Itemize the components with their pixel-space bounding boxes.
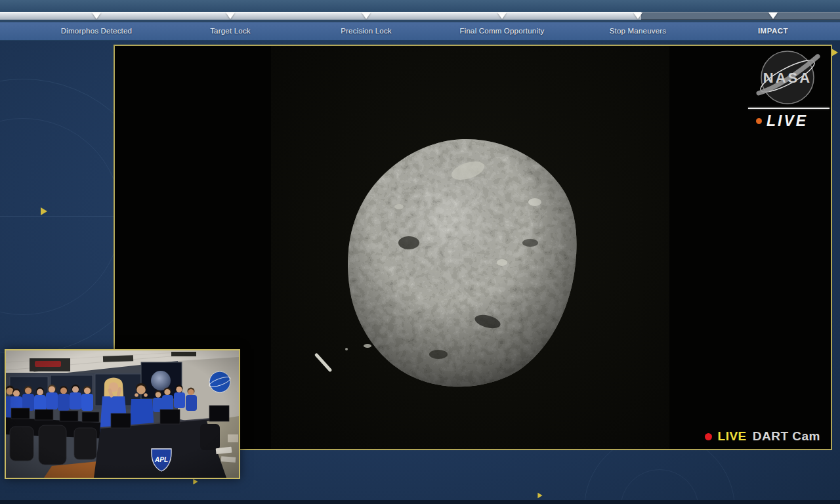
milestone-label-impact: IMPACT: [758, 27, 788, 35]
milestone-marker-icon: [226, 12, 235, 19]
decor-arrow-icon: [537, 493, 542, 499]
nasa-wordmark: NASA: [763, 70, 812, 86]
decor-arrow-icon: [831, 49, 838, 56]
asteroid-body: [348, 139, 577, 387]
network-live-label: LIVE: [766, 112, 808, 130]
milestone-label: Precision Lock: [341, 27, 392, 35]
milestone-label: Final Comm Opportunity: [459, 27, 544, 35]
decor-arrow-icon: [41, 207, 47, 215]
live-dot-icon: [756, 118, 762, 124]
debris-streak: [314, 348, 348, 372]
live-divider: [748, 108, 830, 109]
background-line: [0, 216, 114, 217]
milestone-label: Target Lock: [210, 27, 251, 35]
milestone-marker-icon: [768, 12, 778, 19]
nasa-insignia-icon: NASA: [753, 50, 822, 105]
dart-cam-caption: LIVE DART Cam: [705, 429, 820, 444]
milestone-marker-icon: [92, 12, 101, 19]
milestone-marker-icon: [362, 12, 371, 19]
bottom-strip: [0, 500, 840, 504]
timeline-progress-bar: [0, 12, 840, 20]
milestone-label: Stop Maneuvers: [610, 27, 667, 35]
mission-control-scene: APL: [6, 350, 239, 478]
milestone-marker-icon: [633, 12, 642, 19]
milestone-marker-icon: [497, 12, 507, 19]
caption-live-dot-icon: [705, 433, 712, 440]
mission-control-pip: APL: [5, 349, 240, 479]
dart-broadcast-screen: Dimorphos Detected Target Lock Precision…: [0, 0, 840, 504]
mission-timeline: Dimorphos Detected Target Lock Precision…: [0, 0, 840, 41]
dart-camera-view: [271, 46, 669, 449]
milestone-label: Dimorphos Detected: [61, 27, 132, 35]
decor-arrow-icon: [193, 479, 198, 485]
caption-camera-label: DART Cam: [753, 429, 820, 444]
timeline-top-strip: [0, 0, 840, 12]
asteroid-dimorphos: [271, 46, 669, 449]
caption-live-label: LIVE: [718, 429, 747, 444]
background-arc: [620, 469, 699, 504]
background-arc: [0, 118, 121, 315]
nasa-live-bug: NASA LIVE: [748, 50, 830, 130]
